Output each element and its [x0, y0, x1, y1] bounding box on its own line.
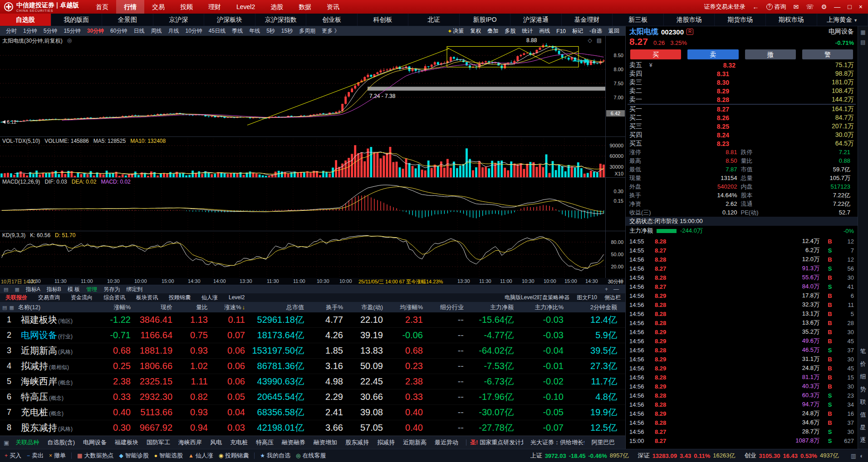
period-item[interactable]: 30分钟	[84, 27, 107, 35]
side-tab[interactable]: 细	[860, 373, 866, 381]
grid-icon[interactable]: ▤	[597, 37, 602, 44]
period-item[interactable]: 1分钟	[20, 27, 40, 35]
nav-tab[interactable]: 新股IPO	[460, 14, 511, 26]
sector-tab[interactable]: 国防军工	[142, 438, 174, 447]
report-link[interactable]: 电脑版Level2盯盘策略神器	[505, 294, 569, 302]
side-tab[interactable]: 势	[860, 385, 866, 394]
chart-tool[interactable]: -自选	[586, 27, 605, 35]
mail-icon[interactable]: ✉	[794, 3, 799, 10]
report-tab[interactable]: 综合资讯	[98, 293, 131, 302]
kline-chart[interactable]: 7.24 - 7.388.886.12	[0, 36, 605, 136]
sector-tab[interactable]: 拟减持	[373, 438, 399, 447]
add-icon[interactable]: +	[605, 286, 608, 292]
chart-tool[interactable]: 统计	[519, 27, 536, 35]
period-item[interactable]: 15分钟	[60, 27, 83, 35]
bottom-tool[interactable]: ●智能选股	[154, 452, 183, 460]
chart-tool[interactable]: F10	[553, 27, 569, 35]
sector-tab[interactable]: 自选股(含)	[43, 438, 79, 447]
nav-tab[interactable]: 沪深板块	[204, 14, 255, 26]
period-item[interactable]: 年线	[246, 27, 263, 35]
menu-item[interactable]: 数据	[291, 0, 319, 14]
nav-tab[interactable]: 期权市场	[766, 14, 817, 26]
column-header[interactable]: 涨幅%	[95, 302, 135, 312]
nav-tab[interactable]: 京沪深指数	[255, 14, 307, 26]
table-row[interactable]: 8股东减持(风格)0.309667.920.940.0342198.01亿3.6…	[0, 420, 625, 436]
indicator-tab[interactable]: 指标A	[26, 286, 40, 293]
period-item[interactable]: 5秒	[263, 27, 278, 35]
period-item[interactable]: 15秒	[278, 27, 296, 35]
menu-item[interactable]: 投顾	[172, 0, 201, 14]
clock-icon[interactable]: ◐	[860, 452, 863, 459]
maximize-icon[interactable]: □	[848, 3, 851, 10]
report-tab[interactable]: 仙人涨	[196, 293, 223, 302]
sector-tab[interactable]: 关联品种	[11, 438, 43, 447]
bottom-tool[interactable]: ◆智能诊股	[119, 452, 148, 460]
kd-indicator-name[interactable]: KD(9,3,3)	[2, 232, 25, 238]
period-item[interactable]: 分时	[3, 27, 20, 35]
menu-item[interactable]: 首页	[88, 0, 116, 14]
period-item[interactable]: 月线	[165, 27, 182, 35]
report-link[interactable]: 侧边栏	[604, 294, 621, 302]
grid-icon[interactable]: ▦	[9, 305, 14, 310]
nav-tab[interactable]: 北证	[408, 14, 460, 26]
indicator-tab[interactable]: 模 板	[68, 286, 80, 293]
sell-level-row[interactable]: 卖一8.28144.2万	[626, 95, 858, 104]
side-tab[interactable]: 价	[860, 360, 866, 368]
sell-level-row[interactable]: 卖三8.30181.0万	[626, 78, 858, 87]
chart-tool[interactable]: 画线	[536, 27, 553, 35]
buy-level-row[interactable]: 买一8.27164.1万	[626, 105, 858, 113]
money-toggle-icon[interactable]: ¥	[649, 62, 656, 68]
buy-button[interactable]: 买	[630, 49, 681, 59]
grid-icon[interactable]: ▦	[15, 287, 19, 292]
stock-name[interactable]: 太阳电缆	[629, 27, 658, 37]
nav-tab[interactable]: 全景图	[102, 14, 153, 26]
period-item[interactable]: 45日线	[206, 27, 229, 35]
news-item[interactable]: 光大证券：供给增长依然受限 看好铜铝钢铁投资机...	[530, 438, 584, 447]
diamond-icon[interactable]: ◇	[588, 37, 592, 44]
side-tab[interactable]: 星	[860, 423, 866, 432]
period-item[interactable]: 多周期	[296, 27, 319, 35]
period-item[interactable]: 更多 》	[319, 27, 343, 35]
period-item[interactable]: 周线	[147, 27, 165, 35]
sell-level-row[interactable]: 卖五¥8.3275.1万	[626, 61, 858, 69]
cancel-button[interactable]: 撤	[745, 49, 796, 59]
macd-indicator-name[interactable]: MACD(12,26,9)	[2, 179, 40, 185]
sector-tab[interactable]: 福建板块	[111, 438, 142, 447]
index-quote[interactable]: 深证13283.093.430.11%16263亿	[638, 452, 736, 460]
period-item[interactable]: 季线	[229, 27, 246, 35]
menu-item[interactable]: Level2	[229, 0, 263, 14]
nav-tab[interactable]: 创业板	[306, 14, 358, 26]
report-tab[interactable]: 板块资讯	[131, 293, 163, 302]
nav-tab[interactable]: 期货市场	[715, 14, 766, 26]
bottom-tool[interactable]: ×撤单	[49, 452, 66, 460]
strip-grid-icon[interactable]: ▦	[860, 29, 865, 35]
buy-level-row[interactable]: 买四8.2430.0万	[626, 131, 858, 139]
bottom-tool[interactable]: ▦大数据热点	[77, 452, 113, 460]
menu-item[interactable]: 理财	[201, 0, 229, 14]
column-header[interactable]: 现价	[135, 302, 177, 312]
nav-tab[interactable]: 沪深港通	[510, 14, 562, 26]
table-row[interactable]: 4拟减持(最相似)0.251806.661.020.0686781.36亿3.1…	[0, 359, 625, 374]
table-row[interactable]: 2电网设备(行业)-0.711166.640.750.0718173.64亿4.…	[0, 328, 625, 343]
nav-tab[interactable]: 自选股	[0, 14, 51, 26]
list-icon[interactable]: ▤	[4, 287, 8, 292]
sector-tab[interactable]: 近期新高	[399, 438, 431, 447]
indicator-tab[interactable]: 绑定到	[126, 286, 142, 293]
period-item[interactable]: 日线	[130, 27, 147, 35]
tick-list[interactable]: 14:558.2812.4万B1214:558.276.2万S714:568.2…	[626, 236, 858, 449]
nav-tab[interactable]: 基金理财	[562, 14, 613, 26]
chart-tool[interactable]: 复权	[467, 27, 484, 35]
remove-icon[interactable]: —	[613, 286, 619, 292]
chart-tool[interactable]: ✦决策	[444, 27, 467, 35]
side-tab[interactable]: 逐	[860, 436, 866, 444]
kd-chart[interactable]	[0, 231, 605, 278]
column-header[interactable]: 2分钟金额	[568, 302, 622, 312]
sector-tab[interactable]: 充电桩	[226, 438, 252, 447]
nav-tab[interactable]: 我的版面	[51, 14, 103, 26]
industry-link[interactable]: 电网设备	[829, 28, 854, 36]
side-tab[interactable]: 笔	[860, 347, 866, 355]
alert-button[interactable]: 警	[802, 49, 853, 59]
buy-level-row[interactable]: 买三8.25207.1万	[626, 122, 858, 131]
panel-icon[interactable]: ▣	[4, 439, 9, 446]
column-header[interactable]: 主力净比%	[518, 302, 568, 312]
